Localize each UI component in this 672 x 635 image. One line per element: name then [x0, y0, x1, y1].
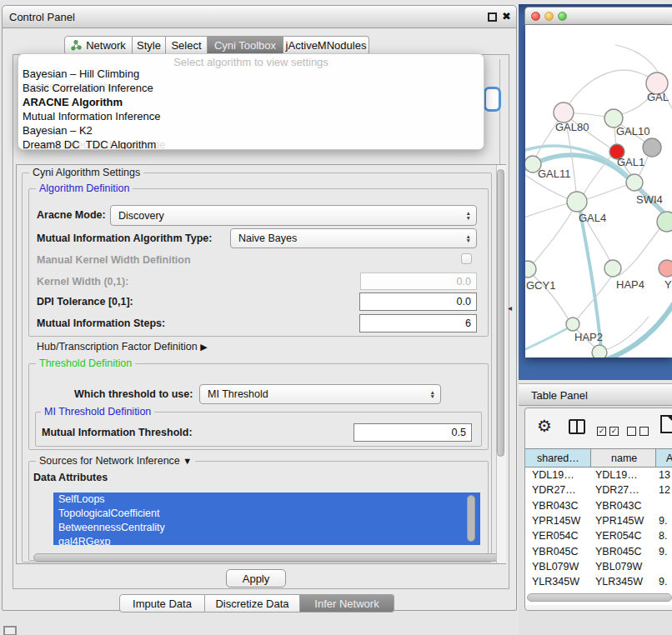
menu-item-basic-correlation[interactable]: Basic Correlation Inference — [23, 82, 153, 94]
menu-item-dream8[interactable]: Dream8 DC_TDC Algorithm — [23, 138, 156, 150]
float-icon[interactable] — [488, 12, 497, 22]
table-row[interactable]: YDL19… YDL19… 13 — [525, 468, 672, 482]
node-label: GCY1 — [526, 279, 555, 292]
close-traffic-light[interactable] — [531, 12, 540, 21]
split-view-icon[interactable] — [569, 419, 585, 434]
cell[interactable]: YDL19… — [591, 468, 656, 482]
cell[interactable]: YER054C — [591, 528, 656, 543]
mi-threshold-group-title: MI Threshold Definition — [41, 406, 154, 418]
cell[interactable]: YER054C — [525, 528, 591, 543]
cell[interactable]: YLR345W — [525, 574, 591, 589]
checkbox-unchecked-icon[interactable] — [639, 427, 649, 436]
cell[interactable] — [656, 559, 672, 574]
menu-item-bayesian-hill-climbing[interactable]: Bayesian – Hill Climbing — [23, 68, 139, 80]
gear-icon[interactable]: ⚙ — [537, 416, 552, 436]
tab-infer-network[interactable]: Infer Network — [300, 594, 394, 612]
checkbox-checked-icon[interactable]: ✓ — [597, 427, 606, 436]
cell[interactable]: 12 — [656, 482, 672, 498]
checkbox-unchecked-icon[interactable] — [627, 427, 636, 436]
hub-section-label[interactable]: Hub/Transcription Factor Definition ▶ — [37, 341, 208, 352]
apply-button[interactable]: Apply — [226, 569, 286, 588]
table-horizontal-scrollbar[interactable] — [527, 593, 672, 602]
expand-arrow-icon[interactable]: ▶ — [200, 342, 207, 352]
list-item[interactable]: gal4RGexp — [53, 535, 480, 545]
panel-divider-collapse-icon[interactable]: ◂ — [508, 303, 512, 312]
node-hap2[interactable] — [566, 318, 579, 331]
cell[interactable]: 9. — [656, 544, 672, 559]
node-gal4[interactable] — [567, 192, 587, 212]
mi-threshold-field[interactable]: 0.5 — [354, 423, 472, 442]
collapse-arrow-icon[interactable]: ▼ — [183, 456, 192, 466]
table-row[interactable]: YBL079W YBL079W — [525, 559, 672, 574]
cell[interactable]: YDR27… — [525, 482, 591, 498]
cell[interactable]: YLR345W — [591, 574, 656, 589]
tab-cyni-toolbox[interactable]: Cyni Toolbox — [208, 36, 283, 55]
node-salmon[interactable] — [659, 260, 672, 277]
network-window-titlebar[interactable] — [524, 7, 672, 25]
data-attributes-list[interactable]: SelfLoops TopologicalCoefficient Between… — [53, 492, 480, 545]
dpi-tolerance-value: 0.0 — [457, 296, 471, 308]
node-gal1[interactable] — [626, 174, 643, 191]
table-row[interactable]: YDR27… YDR27… 12 — [525, 482, 672, 498]
table-row[interactable]: YBR043C YBR043C — [525, 498, 672, 513]
list-scrollbar[interactable] — [467, 495, 475, 542]
minimize-traffic-light[interactable] — [544, 12, 554, 21]
mi-steps-field[interactable]: 6 — [359, 314, 477, 332]
node-gal80[interactable] — [554, 102, 574, 122]
tab-discretize-data[interactable]: Discretize Data — [205, 594, 300, 612]
which-threshold-combo[interactable]: MI Threshold ▲▼ — [199, 384, 441, 404]
float-panel-icon[interactable] — [3, 626, 17, 635]
horizontal-scrollbar[interactable] — [33, 553, 505, 562]
menu-item-bayesian-k2[interactable]: Bayesian – K2 — [23, 124, 93, 137]
checkbox-checked-icon[interactable]: ✓ — [609, 427, 619, 436]
cell[interactable]: YBL079W — [525, 559, 591, 574]
cell[interactable]: YBR043C — [591, 498, 656, 513]
node-bottom-green[interactable] — [592, 345, 607, 358]
cell[interactable]: YBR043C — [525, 498, 591, 513]
cell[interactable]: 9. — [656, 513, 672, 528]
network-combo-fragment[interactable] — [484, 87, 501, 112]
menu-item-aracne[interactable]: ARACNE Algorithm — [23, 96, 123, 108]
list-item[interactable]: SelfLoops — [53, 492, 480, 507]
settings-scrollbar-thumb[interactable] — [497, 169, 504, 457]
cell[interactable]: 13 — [656, 468, 672, 482]
tab-jactivemnodules[interactable]: jActiveMNodules — [283, 36, 369, 55]
tab-impute-data[interactable]: Impute Data — [119, 594, 205, 612]
cell[interactable]: YBL079W — [591, 559, 656, 574]
kernel-width-field[interactable]: 0.0 — [360, 272, 477, 290]
cell[interactable]: YDR27… — [591, 482, 656, 498]
table-row[interactable]: YER054C YER054C 8. — [525, 528, 672, 543]
cell[interactable]: YPR145W — [525, 513, 591, 528]
manual-kernel-checkbox[interactable] — [461, 253, 472, 264]
tab-network[interactable]: Network — [64, 36, 133, 55]
mi-algorithm-type-combo[interactable]: Naive Bayes ▲▼ — [230, 228, 477, 248]
node-hap4[interactable] — [604, 260, 621, 277]
table-row[interactable]: YBR045C YBR045C 9. — [525, 544, 672, 559]
menu-item-mutual-information[interactable]: Mutual Information Inference — [23, 110, 160, 122]
network-canvas[interactable]: GAL GAL80 GAL10 GAL1 GAL11 SWI4 GAL4 GCY… — [525, 25, 672, 358]
document-icon[interactable] — [660, 415, 672, 433]
cell[interactable]: YBR045C — [591, 544, 656, 559]
cell[interactable]: YBR045C — [525, 544, 591, 559]
cell[interactable] — [656, 498, 672, 513]
column-header-name[interactable]: name — [591, 449, 656, 467]
column-header-shared-name[interactable]: shared… — [525, 449, 591, 467]
tab-style[interactable]: Style — [133, 36, 166, 55]
node-swi4[interactable] — [657, 212, 672, 232]
table-row[interactable]: YPR145W YPR145W 9. — [525, 513, 672, 528]
aracne-mode-combo[interactable]: Discovery ▲▼ — [110, 205, 477, 226]
close-icon[interactable]: ✖ — [502, 10, 511, 22]
dpi-tolerance-field[interactable]: 0.0 — [359, 292, 477, 311]
list-item[interactable]: TopologicalCoefficient — [53, 507, 480, 521]
list-item[interactable]: BetweennessCentrality — [53, 521, 480, 535]
node-gray[interactable] — [643, 138, 661, 157]
node-gcy1[interactable] — [525, 261, 536, 278]
cell[interactable]: YDL19… — [525, 468, 591, 482]
cell[interactable]: 9. — [656, 574, 672, 589]
column-header-third[interactable]: A — [656, 449, 672, 467]
tab-select[interactable]: Select — [166, 36, 208, 55]
cell[interactable]: YPR145W — [591, 513, 656, 528]
cell[interactable]: 8. — [656, 528, 672, 543]
zoom-traffic-light[interactable] — [558, 12, 567, 21]
table-row[interactable]: YLR345W YLR345W 9. — [525, 574, 672, 589]
